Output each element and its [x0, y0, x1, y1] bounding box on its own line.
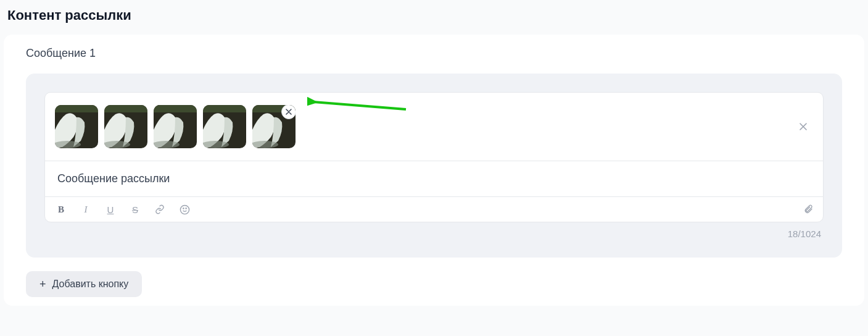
add-button-button[interactable]: + Добавить кнопку: [26, 271, 142, 297]
bold-button[interactable]: B: [55, 203, 67, 216]
page-title: Контент рассылки: [0, 0, 868, 35]
svg-point-16: [183, 208, 183, 208]
message-text-input[interactable]: Сообщение рассылки: [45, 161, 823, 196]
emoji-button[interactable]: [178, 203, 191, 216]
svg-point-8: [154, 141, 180, 148]
svg-rect-1: [55, 105, 98, 112]
link-button[interactable]: [154, 203, 166, 216]
message-label: Сообщение 1: [26, 47, 842, 60]
svg-point-11: [203, 141, 229, 148]
svg-rect-7: [154, 105, 197, 112]
remove-attachment-button[interactable]: [281, 105, 296, 119]
message-card: Сообщение 1: [4, 35, 864, 306]
attachment-thumb[interactable]: [203, 105, 246, 148]
attach-file-button[interactable]: [803, 204, 813, 215]
attachment-thumb[interactable]: [252, 105, 296, 148]
add-button-label: Добавить кнопку: [52, 279, 129, 290]
svg-point-17: [186, 208, 186, 208]
editor-container: Сообщение рассылки B I U S: [26, 74, 842, 258]
italic-button[interactable]: I: [80, 203, 92, 216]
svg-point-2: [55, 141, 81, 148]
attachment-thumb[interactable]: [55, 105, 98, 148]
close-icon: [799, 122, 808, 131]
attachment-thumb[interactable]: [154, 105, 197, 148]
svg-rect-10: [203, 105, 246, 112]
svg-point-14: [252, 141, 278, 148]
paperclip-icon: [803, 204, 813, 215]
editor: Сообщение рассылки B I U S: [44, 92, 824, 222]
strikethrough-button[interactable]: S: [129, 203, 141, 216]
close-icon: [286, 109, 292, 115]
svg-point-15: [180, 205, 189, 214]
svg-rect-4: [104, 105, 147, 112]
svg-point-5: [104, 141, 130, 148]
attachments-row: [45, 93, 823, 161]
link-icon: [155, 204, 165, 214]
attachment-thumb[interactable]: [104, 105, 147, 148]
emoji-icon: [180, 204, 190, 215]
plus-icon: +: [39, 279, 46, 290]
underline-button[interactable]: U: [104, 203, 117, 216]
clear-attachments-button[interactable]: [796, 119, 811, 134]
formatting-toolbar: B I U S: [45, 196, 823, 222]
char-counter: 18/1024: [44, 222, 824, 239]
